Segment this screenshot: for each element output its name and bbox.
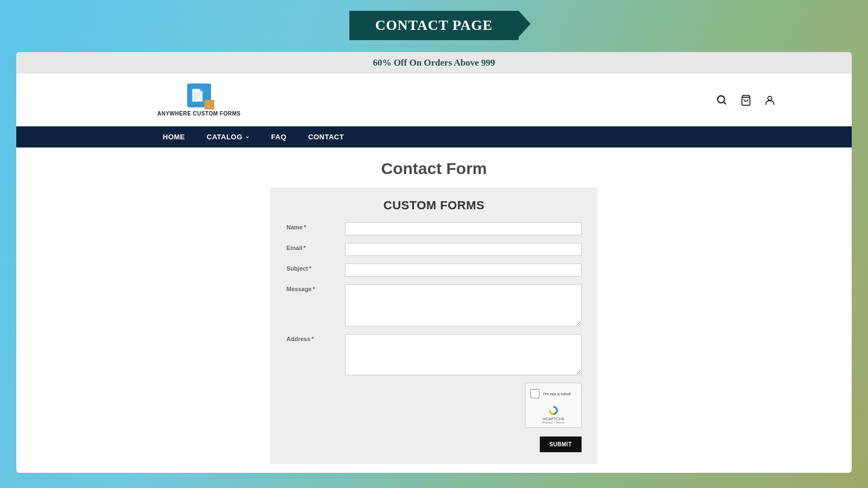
subject-input[interactable] (345, 264, 582, 277)
logo-icon (187, 84, 211, 107)
recaptcha-logo-icon (548, 405, 559, 416)
message-label: Message* (286, 284, 345, 292)
nav-home[interactable]: HOME (152, 126, 196, 147)
recaptcha-checkbox[interactable] (530, 389, 540, 399)
nav-catalog-label: CATALOG (207, 133, 242, 141)
email-input[interactable] (345, 243, 582, 256)
search-icon[interactable] (716, 94, 728, 106)
subject-label: Subject* (286, 264, 345, 272)
logo-text: ANYWHERE CUSTOM FORMS (157, 111, 241, 117)
promo-banner: 60% Off On Orders Above 999 (16, 52, 852, 74)
cart-icon[interactable] (740, 94, 752, 106)
page-badge: CONTACT PAGE (349, 11, 519, 40)
nav-catalog[interactable]: CATALOG (196, 126, 260, 147)
recaptcha-widget[interactable]: I'm not a robot reCAPTCHA Privacy - Term… (525, 383, 582, 428)
form-title: CUSTOM FORMS (286, 198, 582, 213)
user-icon[interactable] (764, 94, 776, 106)
svg-point-3 (768, 96, 771, 100)
name-input[interactable] (345, 222, 582, 235)
submit-button[interactable]: SUBMIT (540, 436, 582, 452)
nav-faq[interactable]: FAQ (260, 126, 297, 147)
address-textarea[interactable] (345, 334, 582, 375)
svg-point-0 (718, 95, 725, 102)
recaptcha-brand: reCAPTCHA (530, 417, 577, 421)
app-viewport: 60% Off On Orders Above 999 ANYWHERE CUS… (16, 52, 852, 473)
header-icons (716, 94, 776, 106)
site-header: ANYWHERE CUSTOM FORMS (16, 74, 852, 126)
main-nav: HOME CATALOG FAQ CONTACT (16, 126, 852, 147)
page-title: Contact Form (16, 159, 852, 178)
chevron-down-icon (245, 135, 250, 139)
site-logo[interactable]: ANYWHERE CUSTOM FORMS (157, 84, 241, 117)
address-label: Address* (286, 334, 345, 342)
email-label: Email* (286, 243, 345, 251)
contact-form: CUSTOM FORMS Name* Email* Subject* Messa… (270, 188, 598, 464)
nav-contact[interactable]: CONTACT (297, 126, 355, 147)
svg-line-1 (724, 101, 726, 104)
message-textarea[interactable] (345, 284, 582, 326)
name-label: Name* (286, 222, 345, 230)
recaptcha-text: I'm not a robot (543, 391, 571, 396)
recaptcha-links[interactable]: Privacy - Terms (530, 421, 577, 424)
